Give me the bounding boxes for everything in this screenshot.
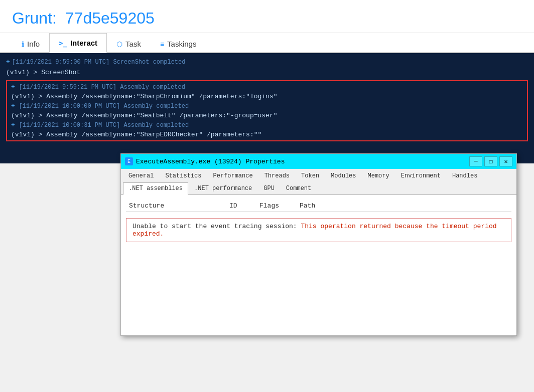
- error-banner: Unable to start the event tracing sessio…: [126, 218, 511, 242]
- highlighted-assembly-block: + [11/19/2021 9:59:21 PM UTC] Assembly c…: [6, 80, 528, 141]
- proc-tab-environment[interactable]: Environment: [395, 170, 446, 182]
- assembly-block-2-cmd-line: (v1v1) > Assembly /assemblyname:"Seatbel…: [7, 111, 527, 120]
- page-title: Grunt: 77d5e59205: [12, 9, 522, 28]
- proc-tab-modules[interactable]: Modules: [325, 170, 361, 182]
- tab-info[interactable]: ℹ Info: [12, 34, 49, 53]
- col-flags: Flags: [259, 202, 300, 210]
- col-id: ID: [229, 202, 259, 210]
- interact-icon: >_: [59, 39, 67, 47]
- terminal[interactable]: + [11/19/2021 9:59:00 PM UTC] ScreenShot…: [0, 53, 534, 163]
- tab-taskings-label: Taskings: [167, 40, 196, 48]
- proc-tab-net-assemblies[interactable]: .NET assemblies: [123, 182, 188, 195]
- tab-task[interactable]: ⬡ Task: [107, 34, 151, 53]
- assembly-block-3-cmd-line: (v1v1) > Assembly /assemblyname:"SharpED…: [7, 130, 527, 139]
- table-header-row: Structure ID Flags Path: [126, 200, 511, 212]
- proc-tab-comment[interactable]: Comment: [281, 182, 317, 194]
- error-prefix: Unable to start the event tracing sessio…: [132, 223, 297, 230]
- tab-interact[interactable]: >_ Interact: [49, 33, 107, 53]
- taskings-icon: ≡: [160, 40, 164, 48]
- main-content: + [11/19/2021 9:59:00 PM UTC] ScreenShot…: [0, 53, 534, 163]
- info-icon: ℹ: [22, 40, 24, 48]
- grunt-id: 77d5e59205: [65, 9, 155, 27]
- page-header: Grunt: 77d5e59205: [0, 0, 534, 33]
- process-title-text: ExecuteAssembly.exe (13924) Properties: [136, 158, 285, 165]
- proc-tab-performance[interactable]: Performance: [207, 170, 258, 182]
- restore-button[interactable]: ❐: [484, 156, 497, 166]
- process-title-icon: E: [125, 157, 133, 165]
- window-controls: — ❐ ✕: [469, 156, 512, 166]
- process-content: Structure ID Flags Path Unable to start …: [121, 195, 516, 335]
- task-icon: ⬡: [116, 40, 122, 48]
- proc-tab-general[interactable]: General: [123, 170, 159, 182]
- process-tab-bar: General Statistics Performance Threads T…: [121, 169, 516, 195]
- tab-interact-label: Interact: [70, 39, 97, 47]
- assembly-block-2-ts-line: + [11/19/2021 10:00:00 PM UTC] Assembly …: [7, 101, 527, 111]
- tab-taskings[interactable]: ≡ Taskings: [151, 34, 206, 53]
- assembly-block-1-ts-line: + [11/19/2021 9:59:21 PM UTC] Assembly c…: [7, 82, 527, 92]
- process-properties-window[interactable]: E ExecuteAssembly.exe (13924) Properties…: [120, 153, 517, 336]
- proc-tab-token[interactable]: Token: [296, 170, 325, 182]
- process-title-bar: E ExecuteAssembly.exe (13924) Properties…: [121, 154, 516, 169]
- proc-tab-memory[interactable]: Memory: [362, 170, 395, 182]
- term-line-screenshot-ts: + [11/19/2021 9:59:00 PM UTC] ScreenShot…: [6, 57, 528, 68]
- col-structure: Structure: [129, 202, 229, 210]
- close-button[interactable]: ✕: [499, 156, 512, 166]
- proc-tab-threads[interactable]: Threads: [259, 170, 295, 182]
- term-line-screenshot-cmd: (v1v1) > ScreenShot: [6, 68, 528, 78]
- assembly-block-1-cmd-line: (v1v1) > Assembly /assemblyname:"SharpCh…: [7, 92, 527, 101]
- minimize-button[interactable]: —: [469, 156, 482, 166]
- proc-tab-net-performance[interactable]: .NET performance: [189, 182, 257, 194]
- tab-task-label: Task: [125, 40, 141, 48]
- col-path: Path: [300, 202, 508, 210]
- proc-tab-statistics[interactable]: Statistics: [160, 170, 207, 182]
- assembly-block-3-ts-line: + [11/19/2021 10:00:31 PM UTC] Assembly …: [7, 120, 527, 130]
- proc-tab-gpu[interactable]: GPU: [258, 182, 280, 194]
- proc-tab-handles[interactable]: Handles: [447, 170, 483, 182]
- main-tab-bar: ℹ Info >_ Interact ⬡ Task ≡ Taskings: [0, 33, 534, 53]
- tab-info-label: Info: [27, 40, 40, 48]
- grunt-label: Grunt:: [12, 9, 57, 27]
